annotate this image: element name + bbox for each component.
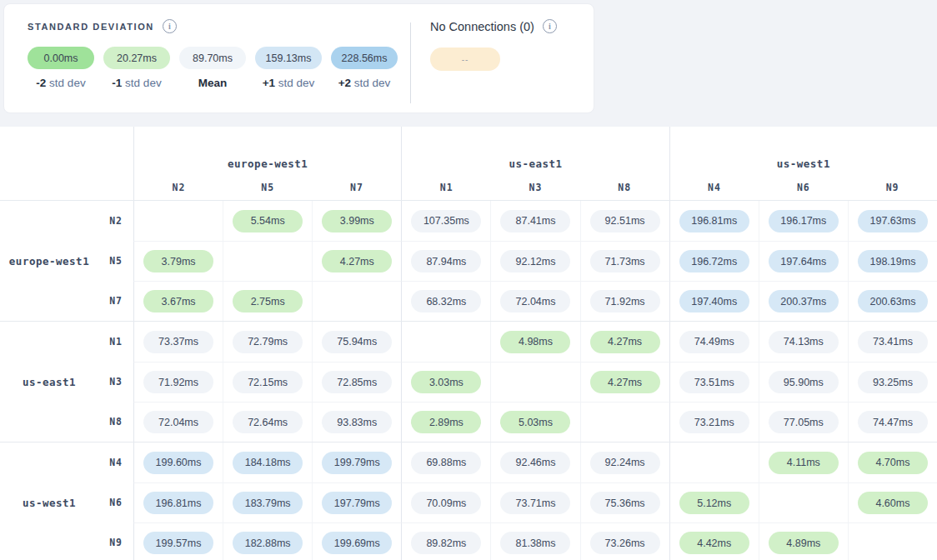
latency-pill[interactable]: 70.09ms [411, 492, 481, 514]
latency-pill[interactable]: 74.47ms [858, 411, 928, 433]
column-region-label: us-west1 [670, 158, 937, 170]
latency-cell: 75.36ms [580, 482, 669, 522]
matrix-header: europe-west1N2N5N7us-east1N1N3N8us-west1… [0, 127, 937, 200]
latency-cell [401, 322, 490, 362]
latency-pill[interactable]: 4.60ms [858, 492, 928, 514]
latency-cell [133, 201, 223, 241]
latency-cell: 73.41ms [848, 322, 937, 362]
latency-pill[interactable]: 182.88ms [233, 532, 303, 554]
latency-pill[interactable]: 72.04ms [143, 411, 213, 433]
latency-pill[interactable]: 4.27ms [590, 331, 660, 353]
latency-pill[interactable]: 92.24ms [590, 452, 660, 474]
latency-cell: 71.92ms [133, 362, 223, 402]
latency-pill[interactable]: 89.82ms [411, 532, 481, 554]
latency-pill[interactable]: 197.40ms [679, 290, 749, 312]
latency-pill[interactable]: 92.51ms [590, 210, 660, 232]
latency-pill[interactable]: 93.83ms [322, 411, 392, 433]
info-icon[interactable]: i [163, 19, 177, 33]
latency-cell: 4.89ms [759, 522, 848, 560]
latency-pill[interactable]: 75.36ms [590, 492, 660, 514]
latency-pill[interactable]: 74.49ms [679, 331, 749, 353]
latency-pill[interactable]: 3.67ms [143, 290, 213, 312]
latency-pill[interactable]: 199.60ms [143, 452, 213, 474]
latency-pill[interactable]: 73.37ms [143, 331, 213, 353]
latency-pill[interactable]: 197.64ms [769, 250, 839, 272]
latency-pill[interactable]: 200.37ms [769, 290, 839, 312]
latency-pill[interactable]: 72.64ms [233, 411, 303, 433]
latency-pill[interactable]: 87.94ms [411, 250, 481, 272]
latency-cell [580, 402, 669, 442]
latency-pill[interactable]: 73.21ms [679, 411, 749, 433]
latency-pill[interactable]: 4.70ms [858, 452, 928, 474]
latency-pill[interactable]: 196.81ms [143, 492, 213, 514]
latency-pill[interactable]: 4.89ms [769, 532, 839, 554]
legend-stop-pill: 20.27ms [103, 47, 170, 69]
latency-pill[interactable]: 72.79ms [233, 331, 303, 353]
column-node-label: N9 [848, 182, 937, 193]
latency-pill[interactable]: 2.75ms [233, 290, 303, 312]
latency-cell: 200.37ms [759, 281, 848, 321]
latency-pill[interactable]: 198.19ms [858, 250, 928, 272]
latency-pill[interactable]: 73.26ms [590, 532, 660, 554]
latency-pill[interactable]: 74.13ms [769, 331, 839, 353]
legend-stop: 228.56ms+2 std dev [331, 47, 398, 89]
latency-pill[interactable]: 200.63ms [858, 290, 928, 312]
latency-pill[interactable]: 72.04ms [500, 290, 570, 312]
latency-pill[interactable]: 69.88ms [411, 452, 481, 474]
latency-pill[interactable]: 81.38ms [500, 532, 570, 554]
latency-pill[interactable]: 196.81ms [679, 210, 749, 232]
latency-pill[interactable]: 73.51ms [679, 371, 749, 393]
latency-pill[interactable]: 3.03ms [411, 371, 481, 393]
latency-pill[interactable]: 199.69ms [322, 532, 392, 554]
latency-cell: 196.17ms [759, 201, 848, 241]
latency-pill[interactable]: 199.57ms [143, 532, 213, 554]
legend-title-row: STANDARD DEVIATION i [28, 19, 177, 33]
latency-pill[interactable]: 4.27ms [590, 371, 660, 393]
latency-cell: 199.60ms [133, 442, 223, 482]
latency-pill[interactable]: 5.03ms [500, 411, 570, 433]
latency-pill[interactable]: 73.41ms [858, 331, 928, 353]
latency-pill[interactable]: 3.79ms [143, 250, 213, 272]
latency-pill[interactable]: 4.27ms [322, 250, 392, 272]
latency-cell: 4.60ms [848, 482, 937, 522]
latency-pill[interactable]: 4.42ms [679, 532, 749, 554]
latency-pill[interactable]: 95.90ms [769, 371, 839, 393]
no-connections-section: No Connections (0) i -- [430, 19, 557, 71]
matrix-corner [0, 127, 133, 200]
latency-pill[interactable]: 75.94ms [322, 331, 392, 353]
latency-pill[interactable]: 71.73ms [590, 250, 660, 272]
latency-pill[interactable]: 4.98ms [500, 331, 570, 353]
latency-pill[interactable]: 73.71ms [500, 492, 570, 514]
latency-cell: 74.13ms [759, 322, 848, 362]
latency-pill[interactable]: 196.17ms [769, 210, 839, 232]
latency-pill[interactable]: 71.92ms [590, 290, 660, 312]
latency-pill[interactable]: 92.12ms [500, 250, 570, 272]
latency-cell: 68.32ms [401, 281, 490, 321]
latency-pill[interactable]: 5.54ms [233, 210, 303, 232]
latency-pill[interactable]: 93.25ms [858, 371, 928, 393]
column-node-label: N3 [491, 182, 580, 193]
latency-pill[interactable]: 72.15ms [233, 371, 303, 393]
latency-pill[interactable]: 4.11ms [769, 452, 839, 474]
latency-pill[interactable]: 72.85ms [322, 371, 392, 393]
latency-pill[interactable]: 87.41ms [500, 210, 570, 232]
latency-pill[interactable]: 77.05ms [769, 411, 839, 433]
latency-pill[interactable]: 199.79ms [322, 452, 392, 474]
info-icon[interactable]: i [543, 19, 557, 33]
legend-stop: 20.27ms-1 std dev [103, 47, 170, 89]
latency-pill[interactable]: 71.92ms [143, 371, 213, 393]
latency-pill[interactable]: 183.79ms [233, 492, 303, 514]
latency-cell: 199.79ms [312, 442, 401, 482]
latency-pill[interactable]: 92.46ms [500, 452, 570, 474]
latency-pill[interactable]: 3.99ms [322, 210, 392, 232]
latency-pill[interactable]: 197.63ms [858, 210, 928, 232]
matrix-row-group: us-west1N4199.60ms184.18ms199.79ms69.88m… [0, 442, 937, 560]
latency-pill[interactable]: 5.12ms [679, 492, 749, 514]
latency-pill[interactable]: 107.35ms [411, 210, 481, 232]
latency-pill[interactable]: 2.89ms [411, 411, 481, 433]
latency-cell: 197.79ms [312, 482, 401, 522]
latency-pill[interactable]: 196.72ms [679, 250, 749, 272]
latency-pill[interactable]: 68.32ms [411, 290, 481, 312]
latency-pill[interactable]: 184.18ms [233, 452, 303, 474]
latency-pill[interactable]: 197.79ms [322, 492, 392, 514]
